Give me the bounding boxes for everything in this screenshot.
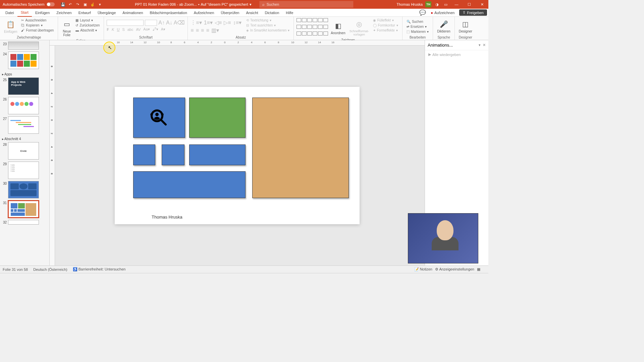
user-avatar[interactable]: TH: [425, 1, 431, 7]
thumb-32[interactable]: 32: [1, 220, 48, 225]
shape-blue-wide[interactable]: [133, 171, 246, 198]
shape-blue-small-1[interactable]: [133, 144, 155, 165]
highlight-icon: 🖍▾: [153, 27, 158, 32]
line-spacing-icon: ↕≡▾: [233, 19, 241, 26]
thumb-29[interactable]: 29 • Line• Line• Line• Line: [1, 162, 48, 179]
notes-button[interactable]: 📝 Notizen: [414, 267, 432, 272]
ribbon-display-icon[interactable]: ▭: [443, 1, 449, 7]
animations-title: Animations...: [428, 43, 453, 48]
autosave-toggle[interactable]: Automatisches Speichern: [0, 2, 57, 6]
slide-canvas[interactable]: Thomas Hruska: [115, 87, 360, 224]
font-size-input: [145, 20, 157, 26]
close-button[interactable]: ✕: [477, 0, 487, 9]
font-style-row: F K U S abc AV Aa▾ 🖍▾ A▾: [107, 27, 185, 32]
chevron-down-icon[interactable]: ▾: [250, 2, 252, 7]
menu-einfuegen[interactable]: Einfügen: [32, 9, 53, 17]
menu-entwurf[interactable]: Entwurf: [75, 9, 94, 17]
new-slide-icon: ▭: [62, 19, 71, 29]
find-button[interactable]: 🔍 Suchen: [405, 19, 430, 24]
thumb-25[interactable]: 25 App & Web Projects: [1, 77, 48, 95]
search-input[interactable]: ⌕ Suchen: [260, 1, 354, 8]
chevron-down-icon[interactable]: ▾: [479, 43, 481, 47]
touch-mode-icon[interactable]: ☝: [90, 1, 96, 7]
thumb-30[interactable]: 30: [1, 181, 48, 198]
thumb-23[interactable]: 23: [1, 42, 48, 50]
redo-icon[interactable]: ↷: [75, 1, 81, 7]
designer-button[interactable]: ◫ Designer: [458, 18, 474, 35]
minimize-button[interactable]: —: [451, 0, 462, 9]
new-slide-button[interactable]: ▭ Neue Folie: [61, 18, 73, 38]
ribbon-drawing-group: ◧ Anordnen ◎ Schnellformat- vorlagen ◉ F…: [294, 17, 402, 40]
slide-counter[interactable]: Folie 31 von 58: [3, 267, 28, 272]
font-selectors: A↑ A↓ A⌫: [107, 19, 185, 26]
maximize-button[interactable]: ☐: [464, 0, 474, 9]
menu-uebergaenge[interactable]: Übergänge: [94, 9, 119, 17]
section-button[interactable]: ▬ Abschnitt ▾: [74, 28, 101, 33]
menu-start[interactable]: Start: [17, 9, 32, 17]
thumb-26[interactable]: 26: [1, 97, 48, 114]
shape-tan[interactable]: [252, 98, 349, 198]
copy-button[interactable]: ⿻ Kopieren ▾: [20, 23, 55, 27]
dictate-button[interactable]: 🎤 Diktieren: [436, 18, 451, 35]
menu-dictation[interactable]: Dictation: [261, 9, 282, 17]
menu-ansicht[interactable]: Ansicht: [243, 9, 261, 17]
language-indicator[interactable]: Deutsch (Österreich): [33, 267, 67, 272]
status-bar: Folie 31 von 58 Deutsch (Österreich) ♿ B…: [0, 265, 488, 273]
svg-line-2: [161, 120, 166, 125]
shape-effects-button: ✦ Formeffekte▾: [372, 28, 399, 33]
close-pane-icon[interactable]: ✕: [483, 43, 486, 47]
shapes-gallery[interactable]: [297, 18, 328, 38]
menu-bildschirm[interactable]: Bildschirmpräsentation: [147, 9, 191, 17]
menu-aufzeichnen[interactable]: Aufzeichnen: [191, 9, 218, 17]
align-center-icon: ≡: [196, 27, 199, 34]
undo-icon[interactable]: ↶: [67, 1, 73, 7]
play-icon: ▶: [428, 52, 431, 57]
align-left-icon: ≡: [191, 27, 194, 34]
format-painter-button[interactable]: 🖌 Format übertragen: [20, 28, 55, 33]
display-settings-button[interactable]: ⚙ Anzeigeeinstellungen: [435, 267, 474, 272]
clipboard-icon: 📋: [6, 20, 15, 29]
record-button[interactable]: ●Aufzeichnen: [427, 10, 458, 16]
shape-blue-large[interactable]: [133, 98, 185, 138]
ribbon-paragraph-group: ⋮≡▾ 1≡▾ ◁≡ ▷≡ ↕≡▾ ≡ ≡ ≡ ≡ ▥▾ ⟲ Textricht…: [188, 17, 294, 40]
shape-blue-small-2[interactable]: [162, 144, 184, 165]
thumb-27[interactable]: 27: [1, 116, 48, 134]
shape-green[interactable]: [189, 98, 246, 138]
thumb-31[interactable]: 31: [1, 200, 48, 218]
menu-zeichnen[interactable]: Zeichnen: [53, 9, 75, 17]
normal-view-icon[interactable]: ▦: [477, 267, 480, 272]
menu-bar: Datei Start Einfügen Zeichnen Entwurf Üb…: [0, 9, 488, 17]
title-bar: Automatisches Speichern 💾 ↶ ↷ ▣ ☝ ▾ PPT …: [0, 0, 488, 9]
replace-button[interactable]: ⇄ Ersetzen ▾: [405, 24, 430, 29]
autosave-label: Automatisches Speichern: [3, 2, 45, 6]
thumb-24[interactable]: 24: [1, 52, 48, 69]
share-button[interactable]: ⇪ Freigeben: [459, 9, 487, 16]
menu-hilfe[interactable]: Hilfe: [282, 9, 297, 17]
reset-button[interactable]: ↺ Zurücksetzen: [74, 23, 101, 27]
cut-button[interactable]: ✂ Ausschneiden: [20, 18, 55, 22]
accessibility-check[interactable]: ♿ Barrierefreiheit: Untersuchen: [73, 267, 126, 272]
canvas-container[interactable]: Thomas Hruska: [50, 46, 425, 265]
play-all-button: ▶ Alle wiedergeben: [425, 50, 488, 59]
layout-button[interactable]: ▦ Layout ▾: [74, 18, 101, 22]
search-icon: ⌕: [262, 2, 265, 6]
arrange-button[interactable]: ◧ Anordnen: [329, 18, 346, 38]
comments-icon[interactable]: 💬: [419, 9, 426, 16]
thumbnail-panel[interactable]: 23 24 ▸ Apps 25 App & Web Projects 26 27…: [0, 40, 50, 265]
menu-datei[interactable]: Datei: [2, 9, 17, 17]
shape-blue-medium[interactable]: [189, 144, 246, 165]
section-apps[interactable]: ▸ Apps: [1, 71, 48, 77]
voice-group-label: Sprache: [436, 35, 451, 40]
windows-taskbar: ⊞ 📁 🦊 🌐 ✉ P ◐ ▲ ▭ ● N ✈ ▱ ◉ ◎ ◈ W ▤ ◔ X …: [0, 273, 488, 274]
save-icon[interactable]: 💾: [60, 1, 66, 7]
clear-format-icon: A⌫: [174, 19, 185, 26]
from-beginning-icon[interactable]: ▣: [82, 1, 88, 7]
qat-dropdown-icon[interactable]: ▾: [97, 1, 103, 7]
select-button[interactable]: ⬚ Markieren ▾: [405, 29, 430, 34]
presenter-icon[interactable]: ◑: [434, 1, 440, 7]
thumb-28[interactable]: 28 Ende: [1, 142, 48, 160]
menu-ueberpruefen[interactable]: Überprüfen: [217, 9, 243, 17]
clipboard-group-label: Zwischenablage: [3, 35, 55, 40]
section-abschnitt4[interactable]: ▸ Abschnitt 4: [1, 136, 48, 142]
menu-animationen[interactable]: Animationen: [119, 9, 146, 17]
